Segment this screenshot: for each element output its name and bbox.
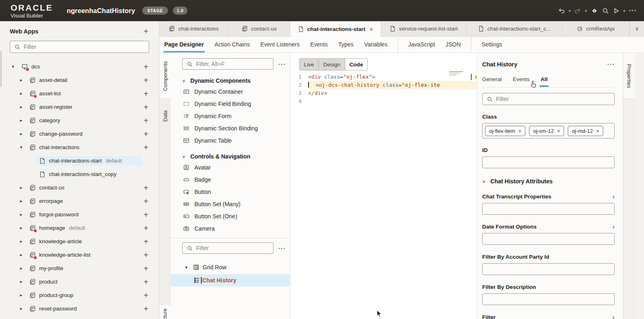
preview-play-icon[interactable] — [613, 7, 620, 14]
chevron-right-icon[interactable]: › — [612, 194, 615, 199]
component-avatar[interactable]: Avatar — [171, 161, 290, 174]
tab-general[interactable]: General — [482, 76, 502, 83]
code-line[interactable]: 4 — [290, 97, 477, 106]
sidebar-item-product-group[interactable]: ▸ product-group + — [0, 288, 159, 302]
tab-page-designer[interactable]: Page Designer — [159, 37, 209, 53]
structure-filter-input[interactable] — [196, 245, 273, 251]
component-dynamic-table[interactable]: Dynamic Table — [171, 134, 290, 147]
field-filter-by-account-party-id[interactable]: Filter By Account Party Id — [482, 254, 615, 260]
tab-properties-vertical[interactable]: Properties — [623, 53, 635, 99]
filter-by-account-party-id-input[interactable] — [482, 263, 615, 275]
add-icon[interactable]: + — [143, 252, 148, 258]
caret-right-icon[interactable]: ▸ — [18, 239, 24, 244]
caret-right-icon[interactable]: ▸ — [18, 225, 24, 231]
components-menu-icon[interactable]: ··· — [278, 61, 286, 68]
section-controls-navigation[interactable]: ∨ Controls & Navigation — [182, 153, 290, 160]
components-filter[interactable] — [182, 58, 273, 70]
add-icon[interactable]: + — [143, 225, 148, 231]
undo-icon[interactable] — [558, 7, 565, 14]
add-icon[interactable]: + — [143, 77, 148, 84]
sidebar-item-change-password[interactable]: ▸ change-password + — [0, 127, 159, 141]
sidebar-item-chat-interactions-start-copy[interactable]: chat-interactions-start_copy — [0, 167, 159, 181]
remove-chip-icon[interactable]: × — [518, 128, 522, 134]
sidebar-item-asset-detail[interactable]: ▸ asset-detail + — [0, 73, 159, 87]
view-live-button[interactable]: Live — [299, 58, 319, 70]
chat-transcript-properties-input[interactable] — [482, 203, 615, 215]
code-minimap[interactable] — [449, 71, 466, 85]
caret-right-icon[interactable]: ▸ — [18, 279, 24, 284]
chat-history-attributes-section[interactable]: ∨ Chat History Attributes — [482, 178, 615, 185]
tab-action-chains[interactable]: Action Chains — [209, 37, 255, 53]
sidebar-item-forgot-password[interactable]: ▸ forgot-password + — [0, 208, 159, 221]
publish-diamond-icon[interactable] — [591, 7, 598, 15]
tab-variables[interactable]: Variables — [359, 37, 393, 53]
tab-service-request-list-start[interactable]: service-request-list-start — [381, 21, 467, 36]
caret-down-icon[interactable]: ▾ — [10, 64, 16, 69]
tab-overflow-chevron-icon[interactable]: ∨ — [629, 21, 644, 36]
sidebar-item-asset-register[interactable]: ▸ asset-register + — [0, 100, 159, 114]
header-menu-icon[interactable]: ··· — [629, 7, 637, 14]
component-camera[interactable]: Camera — [171, 222, 290, 235]
date-format-options-input[interactable] — [482, 233, 615, 245]
properties-filter[interactable] — [482, 93, 615, 105]
component-button[interactable]: Button — [171, 186, 290, 198]
add-icon[interactable]: + — [143, 104, 148, 110]
sidebar-item-asset-list[interactable]: ▸ asset-list + — [0, 87, 159, 100]
field-chat-transcript-properties[interactable]: Chat Transcript Properties › — [482, 194, 615, 200]
add-icon[interactable]: + — [143, 238, 148, 245]
caret-right-icon[interactable]: ▸ — [18, 212, 24, 217]
sidebar-item-knowledge-article[interactable]: ▸ knowledge-article + — [0, 235, 159, 248]
component-dynamic-field-binding[interactable]: Dynamic Field Binding — [171, 98, 290, 110]
properties-menu-icon[interactable]: ··· — [607, 61, 615, 68]
editor-scrollbar[interactable] — [471, 74, 472, 80]
add-icon[interactable]: + — [143, 64, 148, 70]
component-button-set-many[interactable]: Button Set (Many) — [171, 198, 290, 210]
search-icon[interactable] — [602, 7, 609, 14]
code-line[interactable]: 3 </div> — [290, 89, 477, 97]
sidebar-item-chat-interactions[interactable]: ▾ chat-interactions + — [0, 141, 159, 154]
component-button-set-one[interactable]: Button Set (One) — [171, 210, 290, 222]
tab-chat-interactions[interactable]: chat-interactions — [159, 21, 229, 36]
tab-contact-us[interactable]: contact-us — [229, 21, 290, 36]
tab-events[interactable]: Events — [305, 37, 333, 53]
redo-icon[interactable] — [574, 7, 581, 14]
caret-right-icon[interactable]: ▸ — [18, 185, 24, 190]
caret-right-icon[interactable]: ▸ — [18, 118, 24, 123]
tab-types[interactable]: Types — [333, 37, 359, 53]
caret-down-icon[interactable]: ▾ — [183, 265, 190, 270]
sidebar-item-product[interactable]: ▸ product + — [0, 275, 159, 288]
class-chip[interactable]: oj-flex-item× — [485, 126, 525, 136]
structure-menu-icon[interactable]: ··· — [278, 245, 286, 252]
add-icon[interactable]: + — [143, 265, 148, 272]
tab-javascript[interactable]: JavaScript — [398, 37, 440, 53]
sidebar-scrollbar[interactable] — [0, 51, 2, 87]
sidebar-filter-input[interactable] — [24, 44, 149, 50]
add-icon[interactable]: + — [143, 306, 148, 312]
caret-down-icon[interactable]: ▾ — [18, 145, 24, 150]
tab-all[interactable]: All — [540, 76, 547, 83]
component-badge[interactable]: Badge — [171, 174, 290, 186]
caret-right-icon[interactable]: ▸ — [18, 198, 24, 204]
caret-right-icon[interactable]: ▸ — [18, 266, 24, 271]
add-icon[interactable]: + — [143, 198, 148, 205]
view-code-button[interactable]: Code — [345, 58, 368, 70]
field-filter[interactable]: Filter › — [482, 314, 615, 319]
add-icon[interactable]: + — [143, 279, 148, 285]
properties-filter-input[interactable] — [496, 96, 614, 102]
structure-node-grid-row[interactable]: ▾ Grid Row — [171, 262, 290, 273]
tab-settings[interactable]: Settings — [471, 37, 507, 53]
caret-right-icon[interactable]: ▸ — [18, 104, 24, 110]
filter-by-description-input[interactable] — [482, 293, 615, 305]
caret-right-icon[interactable]: ▸ — [18, 131, 24, 136]
component-dynamic-container[interactable]: Dynamic Container — [171, 86, 290, 98]
component-dynamic-section-binding[interactable]: Dynamic Section Binding — [171, 122, 290, 134]
close-icon[interactable]: × — [369, 26, 373, 33]
caret-right-icon[interactable]: ▸ — [18, 293, 24, 298]
add-icon[interactable]: + — [143, 185, 148, 191]
tab-events[interactable]: Events — [513, 76, 529, 83]
add-web-app-icon[interactable]: + — [143, 28, 148, 35]
caret-right-icon[interactable]: ▸ — [18, 306, 24, 311]
redo-dropdown-caret[interactable]: ▾ — [585, 9, 587, 13]
tab-components-vertical[interactable]: Components — [159, 54, 171, 98]
tab-chat-interactions-start[interactable]: chat-interactions-start × — [290, 21, 381, 37]
